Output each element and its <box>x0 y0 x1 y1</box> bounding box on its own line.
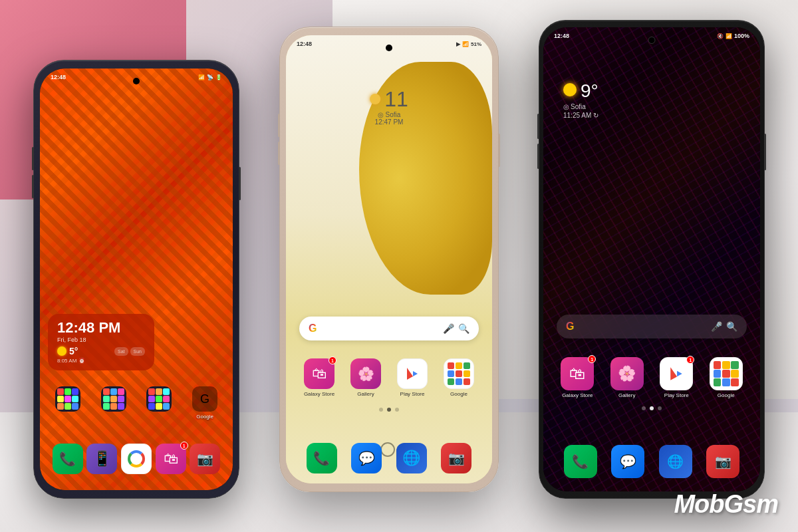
dock-left: 📞 📱 <box>51 444 222 474</box>
wallpaper-right: 12:48 🔇 📶 100% <box>543 27 760 491</box>
dock-internet-center[interactable]: 🌐 <box>396 443 427 473</box>
app-grid-left: G Google <box>47 386 226 420</box>
dock-phone-center[interactable]: 📞 <box>307 443 337 473</box>
app-gallery-right[interactable]: 🌸 Gallery <box>606 357 648 398</box>
app-playstore-center[interactable]: Play Store <box>392 358 432 397</box>
lens-icon-center[interactable]: 🔍 <box>458 323 469 334</box>
alarm-time-left: 8:05 AM ⏰ <box>57 358 145 364</box>
weather-widget-left: 5° Sat Sun <box>57 346 145 356</box>
svg-marker-0 <box>407 368 413 380</box>
app-icon-google-folder[interactable]: G Google <box>184 386 226 420</box>
app-galaxystore-right[interactable]: 🛍 1 Galaxy Store <box>557 357 598 398</box>
app-grid-right: 🛍 1 Galaxy Store 🌸 Gallery <box>557 357 747 398</box>
mic-icon-right[interactable]: 🎤 <box>711 321 722 332</box>
app-grid-icon1 <box>55 386 80 412</box>
phone-icon-center: 📞 <box>307 443 337 473</box>
weather-time-right: 11:25 AM ↻ <box>563 112 598 119</box>
app-galaxystore-center[interactable]: 🛍 1 Galaxy Store <box>299 358 339 397</box>
google-letter: G <box>200 392 209 406</box>
power-button-left[interactable] <box>239 167 241 200</box>
chrome-circle <box>128 450 145 467</box>
google-label-center: Google <box>450 391 467 397</box>
google-label-right: Google <box>718 392 735 398</box>
google-folder-label: Google <box>196 414 213 420</box>
phone-right: 12:48 🔇 📶 100% <box>539 20 765 499</box>
page-dots-right <box>543 406 760 410</box>
vol-down-button-center[interactable] <box>278 142 280 165</box>
app-icon-grid2[interactable] <box>92 386 135 420</box>
galaxystore-icon-center: 🛍 1 <box>304 358 334 389</box>
svg-marker-3 <box>413 371 418 376</box>
signal-icon-left: 📶 <box>198 74 205 80</box>
chrome-icon-left <box>121 444 152 474</box>
power-button-right[interactable] <box>764 134 766 170</box>
svg-marker-7 <box>677 371 682 377</box>
dock-viber-left[interactable]: 📱 <box>86 444 117 474</box>
vol-down-button-right[interactable] <box>537 144 539 169</box>
viber-icon-left: 📱 <box>86 444 117 474</box>
dot3-right <box>658 406 662 410</box>
internet-icon-center: 🌐 <box>396 443 427 473</box>
lens-icon-right[interactable]: 🔍 <box>726 321 737 332</box>
phone-icon-right: 📞 <box>564 445 597 478</box>
vol-up-button-center[interactable] <box>278 114 280 137</box>
app-playstore-right[interactable]: 1 Play Store <box>656 357 698 398</box>
dock-phone-right[interactable]: 📞 <box>564 445 597 478</box>
badge-galaxystore-right: 1 <box>588 355 596 363</box>
battery-pct-center: 51% <box>471 41 481 47</box>
google-icon-center <box>444 358 474 389</box>
vol-up-button-left[interactable] <box>32 147 34 170</box>
app-icon2 <box>101 386 126 412</box>
dock-camera-left[interactable]: 📷 <box>190 444 220 474</box>
phone-body-right: 12:48 🔇 📶 100% <box>539 20 765 499</box>
sun-icon-right <box>563 83 577 96</box>
gallery-icon-right: 🌸 <box>610 357 644 390</box>
weather-temp-left: 5° <box>69 346 78 356</box>
play-store-svg <box>405 366 420 381</box>
dock-phone-left[interactable]: 📞 <box>53 444 83 474</box>
camera-left <box>133 78 140 84</box>
vol-down-button-left[interactable] <box>32 175 34 198</box>
dock-chrome-left[interactable] <box>121 444 152 474</box>
dock-camera-center[interactable]: 📷 <box>441 443 471 473</box>
search-bar-center[interactable]: G 🎤 🔍 <box>299 317 479 340</box>
clock-time-left: 12:48 PM <box>57 321 145 335</box>
bag-icon-right: 🛍 <box>569 364 585 383</box>
signal-icon-right: 📶 <box>726 33 732 39</box>
app-google-center[interactable]: Google <box>439 358 479 397</box>
search-bar-right[interactable]: G 🎤 🔍 <box>557 315 747 338</box>
location-name-right: Sofia <box>571 103 586 110</box>
status-time-center: 12:48 <box>297 41 312 47</box>
clock-date-left: Fri, Feb 18 <box>57 336 145 343</box>
dock-galaxystore-left[interactable]: 🛍 1 <box>156 444 186 474</box>
battery-icon-left: 🔋 <box>215 74 222 80</box>
vol-up-button-right[interactable] <box>537 114 539 139</box>
status-icons-center: ▶ 📶 51% <box>456 41 481 47</box>
playstore-label-center: Play Store <box>400 391 425 397</box>
dock-camera-right[interactable]: 📷 <box>706 445 739 478</box>
dock-right: 📞 💬 🌐 📷 <box>557 445 747 478</box>
calendar-sun-left: Sun <box>130 347 145 356</box>
power-button-center[interactable] <box>498 134 500 167</box>
app-icon-grid1[interactable] <box>47 386 89 420</box>
screen-right: 12:48 🔇 📶 100% <box>543 27 760 491</box>
app-icon-grid3[interactable] <box>138 386 181 420</box>
date-number-center: 11 <box>384 88 408 110</box>
camera-center <box>386 45 392 51</box>
google-g-center: G <box>309 323 317 334</box>
gallery-icon-symbol: 🌸 <box>358 366 374 382</box>
app-icon3 <box>146 386 172 412</box>
galaxystore-label-center: Galaxy Store <box>304 391 334 397</box>
battery-pct-right: 100% <box>734 33 749 39</box>
page-dots-center <box>286 408 492 412</box>
phone-body-center: 12:48 ▶ 📶 51% <box>279 27 499 492</box>
google-g-right: G <box>566 321 574 332</box>
mic-icon-center[interactable]: 🎤 <box>443 323 454 334</box>
internet-icon-right: 🌐 <box>659 445 692 478</box>
app-google-right[interactable]: Google <box>706 357 747 398</box>
dock-messages-center[interactable]: 💬 <box>351 443 382 473</box>
gallery-symbol-right: 🌸 <box>618 365 636 382</box>
app-gallery-center[interactable]: 🌸 Gallery <box>346 358 386 397</box>
dock-messages-right[interactable]: 💬 <box>611 445 644 478</box>
dock-internet-right[interactable]: 🌐 <box>659 445 692 478</box>
